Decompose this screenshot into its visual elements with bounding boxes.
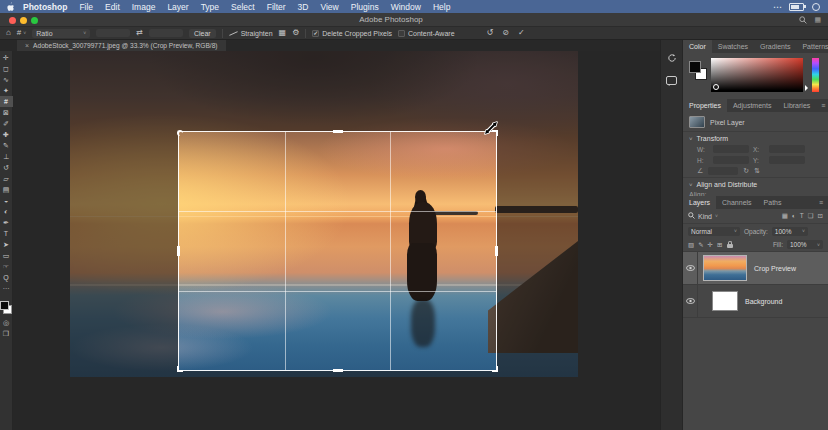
zoom-window-button[interactable] xyxy=(31,17,38,24)
crop-handle-bottom-right[interactable] xyxy=(492,366,498,372)
menu-type[interactable]: Type xyxy=(195,2,225,12)
delete-cropped-pixels-checkbox[interactable]: ✓ Delete Cropped Pixels xyxy=(312,30,392,37)
edit-toolbar-icon[interactable]: ⋯ xyxy=(0,283,13,294)
crop-settings-gear-icon[interactable]: ⚙ xyxy=(292,29,299,37)
tab-properties[interactable]: Properties xyxy=(683,99,727,112)
minimize-window-button[interactable] xyxy=(20,17,27,24)
history-brush-tool[interactable]: ↺ xyxy=(0,162,13,173)
type-tool[interactable]: T xyxy=(0,228,13,239)
visibility-toggle[interactable] xyxy=(683,285,698,317)
filter-shape-layers-icon[interactable]: ❏ xyxy=(808,212,814,220)
layer-row-background[interactable]: Background xyxy=(683,285,828,318)
tab-swatches[interactable]: Swatches xyxy=(712,40,754,53)
crop-handle-right[interactable] xyxy=(495,246,498,256)
layer-thumbnail[interactable] xyxy=(712,291,738,311)
foreground-color-swatch[interactable] xyxy=(0,301,9,310)
close-window-button[interactable] xyxy=(9,17,16,24)
crop-height-input[interactable] xyxy=(149,29,183,37)
x-field[interactable] xyxy=(769,145,805,153)
marquee-tool[interactable]: ◻ xyxy=(0,63,13,74)
comments-panel-icon[interactable] xyxy=(666,76,677,85)
section-collapse-icon[interactable]: ˅ xyxy=(689,182,693,188)
filter-adjustment-layers-icon[interactable]: ◐ xyxy=(792,212,796,220)
eraser-tool[interactable]: ▱ xyxy=(0,173,13,184)
align-section-header[interactable]: ˅ Align and Distribute xyxy=(683,178,828,190)
tab-patterns[interactable]: Patterns xyxy=(796,40,828,53)
screen-mode-icon[interactable]: ❐ xyxy=(0,328,13,339)
menubar-more-icon[interactable]: ⋯ xyxy=(773,2,782,12)
width-field[interactable] xyxy=(713,145,749,153)
flip-icon[interactable]: ⇅ xyxy=(754,167,760,175)
layer-name[interactable]: Background xyxy=(745,298,782,305)
crop-box[interactable] xyxy=(178,131,497,371)
checkbox-unchecked[interactable] xyxy=(398,30,405,37)
swap-dimensions-icon[interactable]: ⇄ xyxy=(136,29,143,37)
brush-tool[interactable]: ✎ xyxy=(0,140,13,151)
straighten-button[interactable]: Straighten xyxy=(229,30,273,37)
tab-adjustments[interactable]: Adjustments xyxy=(727,99,778,112)
tab-layers[interactable]: Layers xyxy=(683,196,716,209)
document-tab[interactable]: × AdobeStock_300799771.jpeg @ 33.3% (Cro… xyxy=(17,40,226,51)
crop-handle-top-left[interactable] xyxy=(177,130,183,136)
foreground-color-swatch[interactable] xyxy=(689,61,701,73)
hand-tool[interactable]: ☞ xyxy=(0,261,13,272)
lock-artboard-icon[interactable]: ⊞ xyxy=(717,241,722,249)
history-panel-icon[interactable] xyxy=(667,49,677,67)
menu-3d[interactable]: 3D xyxy=(292,2,315,12)
crop-handle-bottom[interactable] xyxy=(333,369,343,372)
angle-field[interactable] xyxy=(708,167,738,175)
panel-menu-icon[interactable]: ≡ xyxy=(814,196,828,209)
overlay-options-icon[interactable]: ▦ xyxy=(279,29,287,37)
layer-name[interactable]: Crop Preview xyxy=(754,265,796,272)
tool-preset-picker[interactable]: # ˅ xyxy=(17,29,26,37)
spot-healing-tool[interactable]: ✚ xyxy=(0,129,13,140)
opacity-dropdown[interactable]: 100% ˅ xyxy=(772,227,808,236)
menu-window[interactable]: Window xyxy=(385,2,427,12)
lock-position-icon[interactable]: ✛ xyxy=(708,241,713,249)
quick-mask-icon[interactable]: ◎ xyxy=(0,317,13,328)
document-image[interactable] xyxy=(70,51,578,377)
menu-help[interactable]: Help xyxy=(427,2,456,12)
workspace-switcher-icon[interactable]: ▦ xyxy=(814,16,821,24)
commit-crop-icon[interactable]: ✓ xyxy=(518,29,525,37)
tab-paths[interactable]: Paths xyxy=(758,196,788,209)
crop-handle-bottom-left[interactable] xyxy=(177,366,183,372)
blend-mode-dropdown[interactable]: Normal ˅ xyxy=(688,227,740,236)
ratio-preset-dropdown[interactable]: Ratio ˅ xyxy=(32,29,90,38)
y-field[interactable] xyxy=(769,156,805,164)
lasso-tool[interactable]: ∿ xyxy=(0,74,13,85)
menu-select[interactable]: Select xyxy=(225,2,261,12)
crop-handle-left[interactable] xyxy=(177,246,180,256)
blur-tool[interactable]: ◒ xyxy=(0,195,13,206)
fill-dropdown[interactable]: 100% ˅ xyxy=(787,240,823,249)
object-selection-tool[interactable]: ✦ xyxy=(0,85,13,96)
panel-menu-icon[interactable]: ≡ xyxy=(816,99,828,112)
eyedropper-tool[interactable]: ✐ xyxy=(0,118,13,129)
canvas-area[interactable] xyxy=(13,51,660,430)
checkbox-checked[interactable]: ✓ xyxy=(312,30,319,37)
layer-row-crop-preview[interactable]: Crop Preview xyxy=(683,252,828,285)
visibility-toggle[interactable] xyxy=(683,252,698,284)
menu-edit[interactable]: Edit xyxy=(99,2,126,12)
menu-image[interactable]: Image xyxy=(126,2,162,12)
saturation-brightness-picker[interactable] xyxy=(711,58,803,92)
hue-slider[interactable] xyxy=(812,58,819,92)
path-selection-tool[interactable]: ➤ xyxy=(0,239,13,250)
menu-plugins[interactable]: Plugins xyxy=(345,2,385,12)
pen-tool[interactable]: ✒ xyxy=(0,217,13,228)
cancel-crop-icon[interactable]: ⊘ xyxy=(502,29,509,37)
close-tab-icon[interactable]: × xyxy=(25,42,29,49)
crop-tool[interactable]: # xyxy=(0,96,13,107)
filter-kind-label[interactable]: Kind xyxy=(698,213,712,220)
menu-photoshop[interactable]: Photoshop xyxy=(17,2,73,12)
dodge-tool[interactable]: ◐ xyxy=(0,206,13,217)
section-collapse-icon[interactable]: ˅ xyxy=(689,136,693,142)
rotate-icon[interactable]: ↻ xyxy=(743,167,749,175)
filter-pixel-layers-icon[interactable]: ▦ xyxy=(782,212,788,220)
clone-stamp-tool[interactable]: ⊥ xyxy=(0,151,13,162)
menu-layer[interactable]: Layer xyxy=(161,2,194,12)
layer-thumbnail[interactable] xyxy=(703,255,747,281)
crop-width-input[interactable] xyxy=(96,29,130,37)
home-icon[interactable]: ⌂ xyxy=(6,29,11,37)
search-icon[interactable] xyxy=(799,16,807,25)
